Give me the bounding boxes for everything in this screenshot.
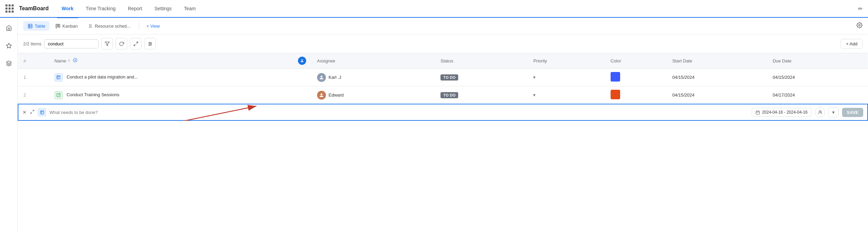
add-button[interactable]: + Add <box>841 39 863 49</box>
row2-color <box>605 86 667 104</box>
row2-duedate: 04/17/2024 <box>767 86 868 104</box>
row1-duedate: 04/15/2024 <box>767 69 868 86</box>
nav-item-report[interactable]: Report <box>123 4 147 13</box>
tab-table-label: Table <box>35 24 45 29</box>
expand-down-button[interactable]: ▾ <box>828 107 839 117</box>
tab-resource[interactable]: Resource sched... <box>83 21 135 31</box>
svg-line-17 <box>136 42 138 43</box>
col-header-assignee: Assignee <box>312 53 435 69</box>
col-header-status: Status <box>435 53 528 69</box>
top-nav: TeamBoard Work Time Tracking Report Sett… <box>0 0 868 18</box>
table-icon <box>27 23 33 29</box>
row1-avatar <box>317 73 326 82</box>
row2-assignee-name: Edward <box>329 92 344 98</box>
main-table: # Name ⇑ <box>18 53 868 121</box>
row2-priority-chevron[interactable]: ▾ <box>533 92 536 98</box>
table-row: 1 Conduct a pilot data migration and... <box>18 69 868 86</box>
app-grid-icon[interactable] <box>5 4 14 13</box>
tab-kanban-label: Kanban <box>62 24 78 29</box>
svg-marker-16 <box>105 42 109 45</box>
row1-startdate: 04/15/2024 <box>667 69 767 86</box>
svg-marker-1 <box>6 61 11 64</box>
new-task-expand-button[interactable] <box>30 110 34 115</box>
nav-item-work[interactable]: Work <box>57 4 78 13</box>
svg-rect-34 <box>40 111 44 114</box>
row1-name[interactable]: Conduct a pilot data migration and... <box>49 69 312 86</box>
svg-rect-28 <box>57 76 60 79</box>
svg-line-32 <box>33 110 34 112</box>
row1-color <box>605 69 667 86</box>
edit-icon[interactable]: ✏ <box>858 5 863 12</box>
new-task-close-button[interactable]: ✕ <box>23 110 27 115</box>
assign-user-button[interactable] <box>815 107 825 117</box>
date-range-label: 2024-04-16 - 2024-04-16 <box>762 110 807 115</box>
nav-item-team[interactable]: Team <box>179 4 200 13</box>
tab-resource-label: Resource sched... <box>95 24 131 29</box>
svg-point-24 <box>149 45 150 46</box>
sidebar-star-icon[interactable] <box>3 40 15 52</box>
svg-point-15 <box>859 24 860 26</box>
new-task-cell: ✕ <box>18 104 868 120</box>
row2-name[interactable]: Conduct Training Sessions <box>49 86 312 104</box>
view-tabs-divider <box>139 22 139 30</box>
new-task-row: ✕ <box>18 104 868 120</box>
filter-button[interactable] <box>101 38 113 49</box>
sidebar-layers-icon[interactable] <box>3 57 15 70</box>
resource-icon <box>87 23 93 29</box>
name-sort-icon: ⇑ <box>68 59 70 63</box>
settings-gear-icon[interactable] <box>856 22 863 30</box>
row2-priority[interactable]: ▾ <box>528 86 605 104</box>
col-header-priority: Priority <box>528 53 605 69</box>
new-task-type-icon[interactable] <box>38 108 46 116</box>
row1-status[interactable]: TO DO <box>435 69 528 86</box>
kanban-icon <box>55 23 60 29</box>
col-header-num: # <box>18 53 49 69</box>
sidebar <box>0 18 18 232</box>
row1-num: 1 <box>18 69 49 86</box>
date-range-button[interactable]: 2024-04-16 - 2024-04-16 <box>752 108 811 117</box>
col-header-startdate: Start Date <box>667 53 767 69</box>
search-input[interactable] <box>44 39 99 48</box>
table-header-row: # Name ⇑ <box>18 53 868 69</box>
view-tabs: Table Kanban <box>18 18 868 34</box>
svg-point-22 <box>149 42 150 43</box>
layout: Table Kanban <box>0 18 868 232</box>
fullscreen-button[interactable] <box>130 38 141 49</box>
svg-rect-31 <box>57 93 60 97</box>
assignee-col-indicator[interactable] <box>298 57 306 65</box>
svg-rect-37 <box>756 111 760 114</box>
new-task-input[interactable] <box>49 110 748 115</box>
row2-num: 2 <box>18 86 49 104</box>
col-header-name[interactable]: Name ⇑ <box>49 53 312 69</box>
svg-rect-6 <box>56 24 57 28</box>
row2-startdate: 04/15/2024 <box>667 86 767 104</box>
row2-avatar <box>317 91 326 100</box>
row1-priority[interactable]: ▾ <box>528 69 605 86</box>
row1-task-icon <box>55 73 63 82</box>
brand-logo: TeamBoard <box>19 5 49 12</box>
row2-assignee: Edward <box>312 86 435 104</box>
tab-kanban[interactable]: Kanban <box>51 21 82 31</box>
nav-item-settings[interactable]: Settings <box>150 4 177 13</box>
row2-task-icon <box>55 91 63 99</box>
add-view-button[interactable]: + View <box>143 21 163 31</box>
main-content: Table Kanban <box>18 18 868 232</box>
options-button[interactable] <box>144 38 156 49</box>
row1-color-swatch <box>611 72 620 82</box>
items-count: 2/2 Items <box>23 41 41 46</box>
svg-rect-8 <box>59 24 60 27</box>
tab-table[interactable]: Table <box>23 21 49 31</box>
col-header-color: Color <box>605 53 667 69</box>
row1-priority-chevron[interactable]: ▾ <box>533 75 536 80</box>
row2-color-swatch <box>611 90 620 99</box>
nav-item-timetracking[interactable]: Time Tracking <box>81 4 120 13</box>
sidebar-home-icon[interactable] <box>3 22 15 34</box>
refresh-button[interactable] <box>116 38 127 49</box>
row2-status[interactable]: TO DO <box>435 86 528 104</box>
save-button[interactable]: SAVE <box>842 108 863 117</box>
new-task-inner: ✕ <box>18 104 867 120</box>
row2-status-badge: TO DO <box>440 92 458 98</box>
svg-rect-7 <box>57 24 58 27</box>
svg-line-33 <box>31 112 32 114</box>
svg-rect-2 <box>28 24 32 28</box>
